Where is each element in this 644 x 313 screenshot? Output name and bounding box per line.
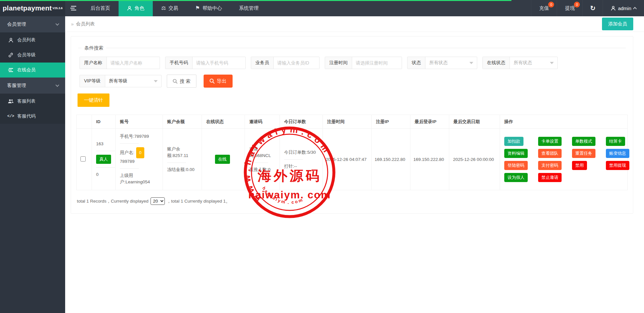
action-pay-password-button[interactable]: 支付密码 — [538, 161, 562, 170]
chevron-down-icon — [55, 22, 59, 25]
nav-item-roles[interactable]: 角色 — [119, 0, 153, 16]
page-size-select[interactable]: 20 — [150, 197, 165, 205]
sidebar-item-online-members[interactable]: 在线会员 — [0, 63, 65, 78]
user-menu[interactable]: admin — [603, 0, 644, 16]
divider — [120, 143, 139, 144]
caret-down-icon — [154, 80, 158, 82]
nav-item-label: 后台首页 — [91, 5, 110, 11]
header-invite-code: 邀请码 — [245, 115, 280, 129]
username-label: admin — [618, 6, 631, 11]
sidebar-item-label: 会员等级 — [17, 52, 36, 58]
chevron-down-icon — [55, 83, 59, 87]
sidebar-item-support-code[interactable]: </> 客服代码 — [0, 109, 65, 124]
online-status-select-value: 所有状态 — [514, 60, 532, 66]
action-add-deduct-button[interactable]: 加扣款 — [504, 137, 523, 146]
sidebar-item-label: 在线会员 — [17, 67, 36, 73]
breadcrumb: » 会员列表 — [71, 21, 95, 27]
sidebar-toggle-button[interactable] — [65, 0, 82, 16]
nav-item-dashboard[interactable]: 后台首页 — [82, 0, 119, 16]
members-table: ID 账号 账户余额 在线状态 邀请码 今日订单数 注册时间 注册IP 最后登录… — [76, 115, 628, 190]
regtime-input[interactable] — [352, 57, 402, 69]
action-disable-button[interactable]: 禁用 — [572, 161, 587, 170]
nav-item-system-management[interactable]: 系统管理 — [231, 0, 267, 16]
row-orders-cell: 今日订单数:5/30 打针:-- — [280, 129, 323, 190]
nav-item-transactions[interactable]: ⚖ 交易 — [153, 0, 187, 16]
row-balance-cell: 账户余额:8257.11 冻结金额:0.00 — [163, 129, 202, 190]
sidebar-item-support-list[interactable]: 客服列表 — [0, 94, 65, 109]
sidebar-item-label: 客服代码 — [17, 113, 36, 119]
content-card: 条件搜索 用户名称 手机号码 业务员 注册时间 — [71, 36, 633, 214]
action-login-password-button[interactable]: 登陆密码 — [504, 161, 528, 170]
action-disable-withdraw-button[interactable]: 禁用提现 — [606, 161, 629, 170]
row-checkbox[interactable] — [80, 156, 86, 162]
status-field-label: 状态 — [408, 57, 425, 69]
sidebar-group-support-management[interactable]: 客服管理 — [0, 78, 65, 94]
nav-item-help-center[interactable]: ⚑ 帮助中心 — [187, 0, 230, 16]
one-key-clear-button[interactable]: 一键清针 — [78, 93, 109, 107]
username-field-group: 用户名称 — [79, 57, 160, 69]
withdraw-badge: 0 — [574, 2, 580, 7]
agent-input[interactable] — [274, 57, 319, 69]
action-edit-profile-button[interactable]: 资料编辑 — [504, 149, 528, 158]
account-balance: 账户余额:8257.11 — [167, 146, 198, 159]
recharge-button[interactable]: 充值 0 — [531, 0, 557, 16]
recharge-label: 充值 — [539, 5, 549, 11]
username-field-label: 用户名称 — [80, 57, 107, 69]
add-member-button[interactable]: 添加会员 — [602, 18, 633, 30]
export-button-label: 导出 — [217, 78, 227, 84]
nav-item-label: 交易 — [168, 5, 178, 11]
link-icon — [8, 52, 14, 58]
online-status-select[interactable]: 所有状态 — [510, 57, 557, 69]
status-select[interactable]: 所有状态 — [425, 57, 477, 69]
search-button-label: 搜 索 — [180, 78, 191, 84]
action-set-fake-user-button[interactable]: 设为假人 — [504, 173, 528, 182]
action-reset-task-button[interactable]: 重置任务 — [572, 149, 595, 158]
header-last-login-ip: 最后登录IP — [410, 115, 449, 129]
header-last-trade-date: 最后交易日期 — [449, 115, 500, 129]
withdraw-button[interactable]: 提现 0 — [557, 0, 582, 16]
brand-name: planetpayment — [3, 4, 52, 12]
online-status-field-label: 在线状态 — [483, 57, 510, 69]
row-id-cell: 163 真人 0 — [92, 129, 116, 190]
code-icon: </> — [8, 114, 14, 119]
list-icon — [8, 68, 14, 72]
row-regtime-cell: 2025-12-26 04:07:47 — [323, 129, 372, 190]
refresh-button[interactable]: ↻ — [582, 0, 603, 16]
agent-field-label: 业务员 — [251, 57, 274, 69]
header-checkbox — [77, 115, 92, 129]
username-value: 789789 — [120, 159, 135, 164]
export-button[interactable]: 导出 — [204, 75, 233, 88]
phone-field-label: 手机号码 — [165, 57, 193, 69]
user-icon — [8, 38, 14, 43]
action-settlement-card-button[interactable]: 结算卡 — [606, 137, 625, 146]
username-label: 用户名: — [120, 150, 134, 155]
top-navbar: planetpayment V25.3.6 后台首页 角色 ⚖ 交易 ⚑ 帮助中… — [0, 0, 644, 16]
search-icon — [209, 78, 215, 84]
main-content: » 会员列表 添加会员 条件搜索 用户名称 手机号码 — [65, 16, 644, 313]
status-field-group: 状态 所有状态 — [407, 57, 477, 69]
username-input[interactable] — [107, 57, 160, 69]
vip-select[interactable]: 所有等级 — [105, 75, 161, 87]
row-lasttrade-cell: 2025-12-26 00:00:00 — [449, 129, 500, 190]
action-view-team-button[interactable]: 查看团队 — [538, 149, 562, 158]
action-order-mode-button[interactable]: 单数模式 — [572, 137, 595, 146]
phone-input[interactable] — [193, 57, 245, 69]
sidebar-group-label: 客服管理 — [7, 82, 26, 89]
caret-down-icon — [550, 62, 554, 64]
sidebar-item-member-level[interactable]: 会员等级 — [0, 48, 65, 63]
nav-item-label: 系统管理 — [239, 5, 259, 11]
breadcrumb-label: 会员列表 — [76, 21, 95, 27]
divider — [96, 167, 115, 168]
row-regip-cell: 169.150.222.80 — [372, 129, 410, 190]
sidebar-item-label: 会员列表 — [17, 37, 36, 43]
search-button[interactable]: 搜 索 — [167, 75, 196, 88]
action-forbid-invite-button[interactable]: 禁止邀请 — [538, 173, 562, 182]
action-card-order-settings-button[interactable]: 卡单设置 — [538, 137, 562, 146]
action-account-changes-button[interactable]: 账变信息 — [606, 149, 629, 158]
page-topbar: » 会员列表 添加会员 — [65, 16, 644, 32]
online-status-field-group: 在线状态 所有状态 — [482, 57, 558, 69]
sidebar-group-label: 会员管理 — [7, 21, 26, 27]
sidebar-item-member-list[interactable]: 会员列表 — [0, 33, 65, 48]
header-id: ID — [92, 115, 116, 129]
sidebar-group-member-management[interactable]: 会员管理 — [0, 16, 65, 33]
